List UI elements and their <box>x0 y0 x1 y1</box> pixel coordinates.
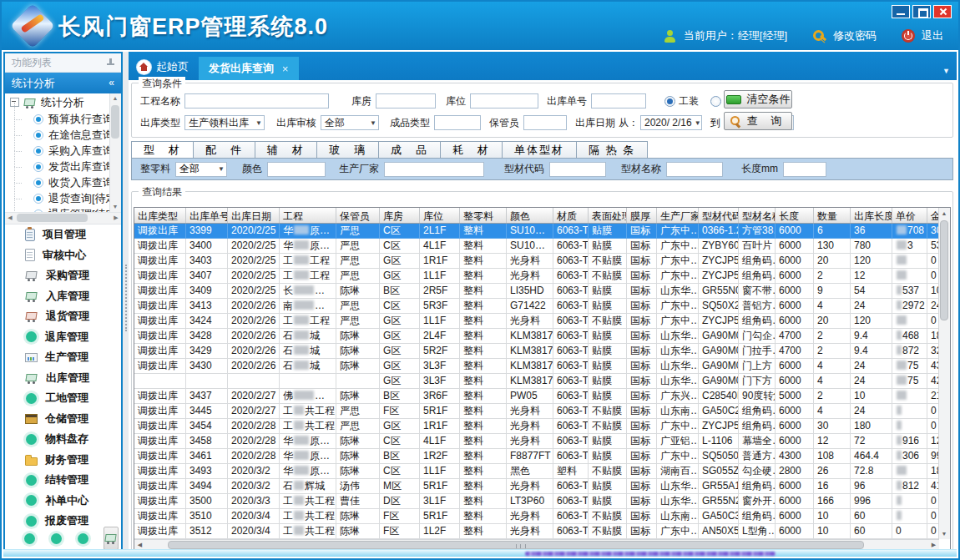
radio-gongzhuang[interactable] <box>664 96 675 107</box>
profile-code-input[interactable] <box>549 162 606 177</box>
scroll-up-icon[interactable]: ▲ <box>939 208 949 219</box>
tab-list-dropdown-icon[interactable]: ▼ <box>942 67 950 75</box>
scroll-down-icon[interactable]: ▼ <box>110 202 120 212</box>
tree-item[interactable]: 采购入库查询 <box>5 143 121 159</box>
module-dot-icon[interactable] <box>51 533 62 544</box>
search-button[interactable]: 查 询 <box>724 112 792 130</box>
table-row[interactable]: 调拨出库35102020/3/4工共工程陈琳F区5R1F整料光身料6063-T5… <box>134 509 939 524</box>
scroll-up-icon[interactable]: ▲ <box>110 93 120 103</box>
table-row[interactable]: 调拨出库34282020/2/26石城陈琳G区2L4F整料KLM38176063… <box>134 329 939 344</box>
scroll-thumb[interactable] <box>17 214 88 222</box>
pin-icon[interactable] <box>107 58 114 67</box>
column-header[interactable]: 出库长度 <box>851 208 892 223</box>
column-header[interactable]: 型材代码 <box>699 208 739 223</box>
product-type-input[interactable] <box>434 115 481 130</box>
column-header[interactable]: 出库单号 <box>186 208 228 223</box>
project-name-input[interactable] <box>184 93 329 108</box>
table-row[interactable]: 调拨出库34132020/2/26南…严思C区5R3F整料G714226063-… <box>134 299 939 314</box>
tree-item[interactable]: 发货出库查询 <box>5 159 121 174</box>
tree-item[interactable]: 在途信息查询[待 <box>5 127 121 143</box>
tree-root[interactable]: 统计分析 <box>5 93 121 111</box>
module-dot-icon[interactable] <box>24 533 35 544</box>
table-row[interactable]: 调拨出库34302020/2/26石城陈琳G区3L3F整料KLM38176063… <box>134 359 939 374</box>
sidebar-item-仓储管理[interactable]: 仓储管理 <box>5 409 121 430</box>
scroll-thumb[interactable] <box>168 541 864 549</box>
sidebar-item-采购管理[interactable]: 采购管理 <box>5 265 121 286</box>
maximize-button[interactable] <box>912 5 931 18</box>
column-header[interactable]: 库位 <box>420 208 460 223</box>
warehouse-input[interactable] <box>376 93 436 108</box>
column-header[interactable]: 颜色 <box>507 208 553 223</box>
tab-shipping-query[interactable]: 发货出库查询 × <box>199 57 299 80</box>
material-tab[interactable]: 成 品 <box>379 141 441 159</box>
column-header[interactable]: 出库日期 <box>228 208 280 223</box>
table-row[interactable]: 调拨出库34372020/2/27佛…陈琳B区3R6F整料PW056063-T5… <box>134 389 939 404</box>
order-no-input[interactable] <box>591 93 646 108</box>
scroll-thumb[interactable] <box>940 220 948 320</box>
audit-select[interactable]: 全部▼ <box>321 115 379 130</box>
column-header[interactable]: 数量 <box>814 208 851 223</box>
table-row[interactable]: 调拨出库34942020/3/2石辉城汤伟M区5R1F整料光身料6063-T5贴… <box>134 479 939 494</box>
radio-jiazhuang[interactable] <box>710 96 721 107</box>
table-row[interactable]: 调拨出库34452020/2/27工共工程严思F区5R1F整料光身料6063-T… <box>134 404 939 419</box>
tree-vertical-scrollbar[interactable]: ▲ ▼ <box>109 93 121 212</box>
column-header[interactable]: 型材名称 <box>739 208 776 223</box>
minimize-button[interactable] <box>892 5 910 18</box>
table-row[interactable]: 调拨出库34612020/2/28华原…陈琳B区1R2F整料F8877FT606… <box>134 449 939 464</box>
column-header[interactable]: 材质 <box>553 208 589 223</box>
profile-name-input[interactable] <box>666 162 723 177</box>
column-header[interactable]: 长度 <box>776 208 814 223</box>
material-tab[interactable]: 辅 材 <box>255 141 317 159</box>
change-password-link[interactable]: 修改密码 <box>833 28 877 43</box>
sidebar-item-物料盘存[interactable]: 物料盘存 <box>5 429 121 450</box>
out-type-select[interactable]: 生产领料出库▼ <box>184 115 265 130</box>
table-row[interactable]: 调拨出库34072020/2/25工工程严思G区1L1F整料光身料6063-T5… <box>134 269 939 284</box>
column-header[interactable]: 生产厂家 <box>657 208 699 223</box>
sidebar-section-header[interactable]: 统计分析 « <box>5 73 121 93</box>
table-row[interactable]: 调拨出库34582020/2/28华原…陈琳C区4L1F整料光身料6063-T5… <box>134 434 939 449</box>
collapse-icon[interactable]: « <box>109 73 114 93</box>
tree-item[interactable]: 预算执行查询 <box>5 111 121 127</box>
tree-horizontal-scrollbar[interactable]: ◀ ▶ <box>5 213 121 225</box>
column-header[interactable]: 单价 <box>892 208 927 223</box>
scroll-thumb[interactable] <box>111 105 119 139</box>
table-row[interactable]: 调拨出库34092020/2/25长…陈琳B区2R5F整料LI35HD6063-… <box>134 284 939 299</box>
table-row[interactable]: 调拨出库34032020/2/25工工程严思G区1R1F整料光身料6063-T5… <box>134 254 939 269</box>
close-button[interactable] <box>933 5 952 18</box>
table-row[interactable]: 调拨出库34932020/3/2华原…陈琳C区1L1F整料黑色塑料不贴膜国标湖南… <box>134 464 939 479</box>
table-row[interactable]: 调拨出库34542020/2/28工共工程严思G区1R1F整料光身料6063-T… <box>134 419 939 434</box>
column-header[interactable]: 库房 <box>380 208 420 223</box>
column-header[interactable]: 出库类型 <box>134 208 186 223</box>
column-header[interactable]: 工程 <box>280 208 336 223</box>
sidebar-item-项目管理[interactable]: 项目管理 <box>5 225 121 245</box>
table-row[interactable]: 调拨出库34242020/2/26工工程严思G区1L1F整料光身料6063-T5… <box>134 314 939 329</box>
whole-part-select[interactable]: 全部▼ <box>175 162 227 177</box>
module-dot-icon[interactable] <box>78 533 88 544</box>
tree-item[interactable]: 退库管理[待定] <box>5 206 121 213</box>
material-tab[interactable]: 单体型材 <box>503 141 577 159</box>
clear-conditions-button[interactable]: 清空条件 <box>724 90 792 108</box>
location-input[interactable] <box>470 93 538 108</box>
table-row[interactable]: 调拨出库35122020/3/4工共工程陈琳F区1L2F整料光身料6063-T5… <box>134 524 939 539</box>
sidebar-item-结转管理[interactable]: 结转管理 <box>5 470 121 491</box>
scroll-down-icon[interactable]: ▼ <box>939 528 949 539</box>
color-input[interactable] <box>267 162 326 177</box>
logout-link[interactable]: 退出 <box>922 28 943 43</box>
sidebar-item-入库管理[interactable]: 入库管理 <box>5 286 121 307</box>
table-row[interactable]: G区3L3F整料KLM38176063-T5贴膜国标山东华…GA90M09…门下… <box>134 374 939 389</box>
tree-item[interactable]: 收货入库查询 <box>5 174 121 190</box>
date-from-select[interactable]: 2020/ 2/16▼ <box>640 115 702 130</box>
sidebar-item-退库管理[interactable]: 退库管理 <box>5 327 121 348</box>
material-tab[interactable]: 配 件 <box>194 141 255 159</box>
length-input[interactable] <box>783 162 826 177</box>
column-header[interactable]: 保管员 <box>336 208 380 223</box>
sidebar-item-退货管理[interactable]: 退货管理 <box>5 306 121 327</box>
scroll-left-icon[interactable]: ◀ <box>5 213 15 223</box>
table-row[interactable]: 调拨出库34292020/2/26石城陈琳G区5R2F整料KLM38176063… <box>134 344 939 359</box>
table-vertical-scrollbar[interactable]: ▲ ▼ <box>938 208 950 539</box>
table-row[interactable]: 调拨出库34002020/2/25华原…严思C区4L1F整料SU10…6063-… <box>134 239 939 254</box>
material-tab[interactable]: 型 材 <box>131 141 194 159</box>
table-row[interactable]: 调拨出库33992020/2/25华原…严思C区2L1F整料SU10…6063-… <box>134 224 939 239</box>
table-row[interactable]: 调拨出库35002020/3/3工共工程曹佳D区3L1F整料LT3P606063… <box>134 494 939 509</box>
sidebar-item-财务管理[interactable]: 财务管理 <box>5 450 121 471</box>
